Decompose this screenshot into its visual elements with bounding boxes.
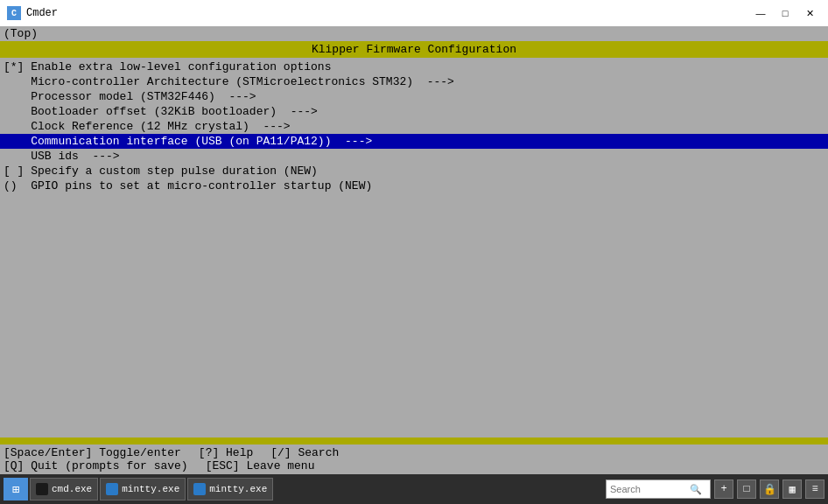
menu-item[interactable]: Processor model (STM32F446) ---> — [0, 89, 828, 104]
menu-content[interactable]: [*] Enable extra low-level configuration… — [0, 58, 828, 438]
status-bar — [0, 438, 828, 444]
menu-item[interactable]: Bootloader offset (32KiB bootloader) ---… — [0, 104, 828, 119]
keybind-item: [/] Search — [270, 446, 339, 459]
terminal: (Top) Klipper Firmware Configuration [*]… — [0, 26, 828, 474]
menu-item[interactable]: USB ids ---> — [0, 149, 828, 164]
menu-item[interactable]: [ ] Specify a custom step pulse duration… — [0, 164, 828, 178]
taskbar-item-mintty1[interactable]: mintty.exe — [100, 478, 186, 500]
taskbar-item-mintty2[interactable]: mintty.exe — [187, 478, 273, 500]
taskbar-item-icon — [193, 483, 206, 495]
menu-item[interactable]: Clock Reference (12 MHz crystal) ---> — [0, 119, 828, 134]
menu-item[interactable]: Communication interface (USB (on PA11/PA… — [0, 134, 828, 149]
menu-item[interactable]: () GPIO pins to set at micro-controller … — [0, 178, 828, 193]
taskbar-item-icon — [106, 483, 118, 495]
search-icon[interactable]: 🔍 — [689, 482, 703, 496]
taskbar-item-label: mintty.exe — [209, 484, 267, 494]
keybind-row-2: [Q] Quit (prompts for save)[ESC] Leave m… — [4, 459, 824, 472]
taskbar-action-btn-3[interactable]: ▦ — [782, 480, 802, 499]
keybind-row-1: [Space/Enter] Toggle/enter[?] Help[/] Se… — [4, 446, 824, 459]
taskbar-action-btn-1[interactable]: □ — [737, 480, 756, 499]
keybind-item: [ESC] Leave menu — [206, 459, 315, 472]
app-icon: C — [7, 6, 21, 20]
close-button[interactable]: ✕ — [798, 4, 821, 22]
keybind-item: [Space/Enter] Toggle/enter — [4, 446, 181, 459]
taskbar-item-label: cmd.exe — [52, 484, 92, 494]
titlebar: C Cmder — □ ✕ — [0, 0, 828, 26]
taskbar-item-icon — [36, 483, 48, 495]
search-box: 🔍 — [606, 480, 711, 499]
app-icon-letter: C — [11, 9, 17, 18]
titlebar-controls: — □ ✕ — [749, 4, 821, 22]
taskbar-right: 🔍 +□🔒▦≡ — [606, 480, 824, 499]
menu-item[interactable]: Micro-controller Architecture (STMicroel… — [0, 74, 828, 89]
keybind-item: [?] Help — [199, 446, 253, 459]
minimize-button[interactable]: — — [749, 4, 772, 22]
taskbar-item-label: mintty.exe — [122, 484, 179, 494]
keybindings: [Space/Enter] Toggle/enter[?] Help[/] Se… — [0, 444, 828, 474]
top-label: (Top) — [0, 26, 828, 41]
taskbar-item-cmd[interactable]: cmd.exe — [30, 478, 98, 500]
taskbar-action-btn-2[interactable]: 🔒 — [760, 480, 779, 499]
taskbar-action-btn-0[interactable]: + — [714, 480, 733, 499]
search-input[interactable] — [610, 484, 689, 494]
titlebar-left: C Cmder — [7, 6, 58, 20]
klipper-title: Klipper Firmware Configuration — [0, 41, 828, 58]
start-button[interactable]: ⊞ — [4, 478, 28, 500]
keybind-item: [Q] Quit (prompts for save) — [4, 459, 188, 472]
taskbar-action-btn-4[interactable]: ≡ — [805, 480, 824, 499]
maximize-button[interactable]: □ — [774, 4, 796, 22]
taskbar: ⊞ cmd.exemintty.exemintty.exe 🔍 +□🔒▦≡ — [0, 474, 828, 504]
titlebar-title: Cmder — [26, 7, 58, 19]
menu-item[interactable]: [*] Enable extra low-level configuration… — [0, 60, 828, 74]
